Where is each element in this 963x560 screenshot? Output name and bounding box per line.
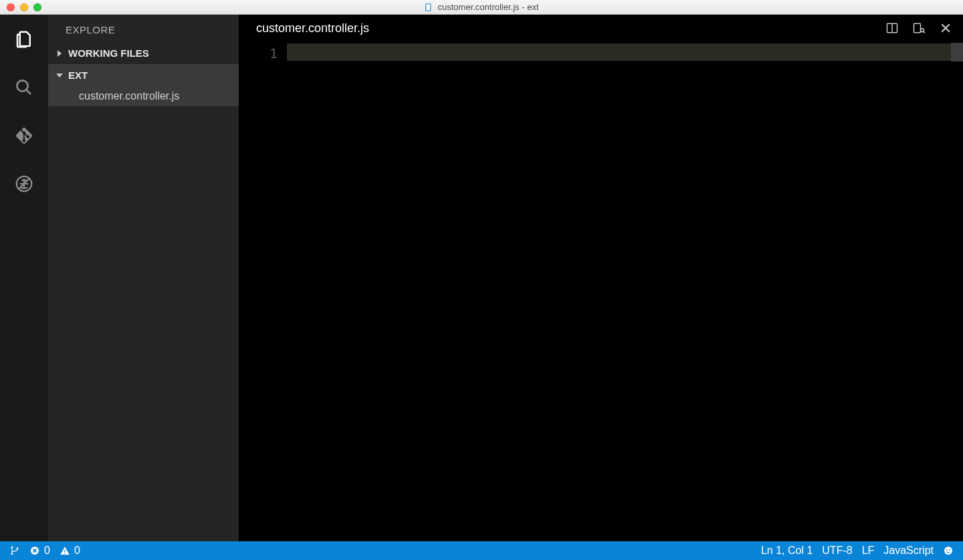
window-close-button[interactable] [7, 3, 15, 11]
editor-group: customer.controller.js [239, 15, 963, 541]
file-item-customer-controller[interactable]: customer.controller.js [48, 86, 239, 106]
toggle-preview-button[interactable] [912, 21, 926, 35]
svg-point-22 [946, 549, 948, 551]
window-controls [7, 3, 41, 11]
status-bar: 0 0 Ln 1, Col 1 UTF-8 LF JavaScript [0, 541, 963, 560]
editor-tab-title[interactable]: customer.controller.js [256, 21, 369, 35]
svg-point-15 [17, 547, 19, 549]
warnings-indicator[interactable]: 0 [60, 545, 80, 557]
tab-row: customer.controller.js [239, 15, 963, 41]
split-editor-button[interactable] [885, 21, 899, 35]
svg-point-14 [11, 553, 13, 555]
encoding-text: UTF-8 [822, 545, 852, 557]
svg-line-3 [27, 90, 31, 94]
cursor-position[interactable]: Ln 1, Col 1 [761, 545, 813, 557]
git-icon [14, 126, 34, 146]
svg-rect-1 [426, 4, 430, 10]
window-minimize-button[interactable] [20, 3, 28, 11]
section-label: WORKING FILES [68, 47, 149, 59]
activity-git[interactable] [14, 126, 34, 146]
preview-icon [912, 21, 926, 35]
error-count: 0 [44, 545, 50, 557]
section-label: EXT [68, 69, 88, 81]
error-icon [29, 545, 40, 556]
sidebar-title: EXPLORE [48, 15, 239, 42]
svg-line-10 [924, 31, 925, 33]
file-icon [425, 3, 434, 12]
window-title-text: customer.controller.js - ext [438, 2, 539, 12]
feedback-button[interactable] [943, 545, 954, 556]
git-branch-indicator[interactable] [9, 545, 20, 556]
editor-viewport[interactable] [287, 41, 963, 541]
cursor-position-text: Ln 1, Col 1 [761, 545, 813, 557]
status-left: 0 0 [9, 545, 80, 557]
search-icon [14, 78, 34, 98]
warning-icon [60, 545, 70, 556]
svg-point-9 [921, 29, 924, 32]
window-maximize-button[interactable] [33, 3, 41, 11]
split-icon [885, 21, 899, 35]
app-root: EXPLORE WORKING FILES EXT customer.contr… [0, 15, 963, 541]
language-selector[interactable]: JavaScript [883, 545, 934, 557]
line-number: 1 [239, 45, 278, 61]
encoding-selector[interactable]: UTF-8 [822, 545, 852, 557]
activity-search[interactable] [14, 78, 34, 98]
eol-selector[interactable]: LF [862, 545, 875, 557]
smiley-icon [943, 545, 954, 556]
window-titlebar: customer.controller.js - ext [0, 0, 963, 15]
svg-rect-8 [914, 23, 921, 32]
files-icon [14, 29, 34, 49]
editor-actions [885, 21, 952, 35]
close-icon [939, 21, 952, 35]
language-text: JavaScript [883, 545, 934, 557]
section-working-files[interactable]: WORKING FILES [48, 42, 239, 64]
svg-point-13 [11, 547, 13, 549]
svg-point-23 [949, 549, 950, 551]
status-right: Ln 1, Col 1 UTF-8 LF JavaScript [761, 545, 954, 557]
bug-off-icon [14, 174, 34, 194]
current-line-highlight [287, 43, 951, 61]
activity-debug[interactable] [14, 174, 34, 194]
svg-point-21 [944, 547, 952, 555]
file-label: customer.controller.js [79, 90, 179, 102]
activity-bar [0, 15, 48, 541]
svg-point-2 [17, 80, 27, 91]
chevron-right-icon [56, 50, 63, 57]
window-title: customer.controller.js - ext [425, 2, 539, 12]
line-gutter: 1 [239, 41, 287, 541]
scrollbar-thumb[interactable] [951, 43, 963, 61]
section-ext[interactable]: EXT [48, 64, 239, 86]
eol-text: LF [862, 545, 875, 557]
branch-icon [9, 545, 20, 556]
chevron-down-icon [56, 72, 63, 79]
code-editor[interactable]: 1 [239, 41, 963, 541]
errors-indicator[interactable]: 0 [29, 545, 50, 557]
close-editor-button[interactable] [939, 21, 952, 35]
warning-count: 0 [74, 545, 80, 557]
activity-explorer[interactable] [14, 29, 34, 49]
sidebar-explorer: EXPLORE WORKING FILES EXT customer.contr… [48, 15, 239, 541]
svg-rect-20 [64, 553, 65, 553]
svg-rect-19 [64, 550, 65, 552]
